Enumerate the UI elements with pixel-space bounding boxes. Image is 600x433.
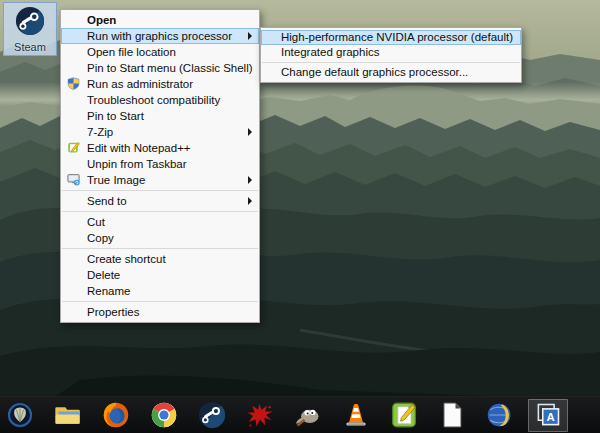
context-menu-item-label: Copy [87, 230, 114, 246]
context-menu-item-pin-to-start[interactable]: Pin to Start [61, 108, 259, 124]
context-menu-item-delete[interactable]: Delete [61, 267, 259, 283]
steam-logo-icon [15, 6, 45, 40]
taskbar-file-explorer-button[interactable] [48, 397, 88, 433]
taskbar-libreoffice-button[interactable] [432, 397, 472, 433]
graphics-submenu-item-high-performance-nvidia-processor-default[interactable]: High-performance NVIDIA processor (defau… [261, 30, 521, 45]
context-menu-item-label: Unpin from Taskbar [87, 156, 187, 172]
context-menu-item-label: Open file location [87, 44, 176, 60]
graphics-submenu-item-label: Integrated graphics [281, 45, 379, 60]
taskbar-notepad-plus-plus-button[interactable] [384, 397, 424, 433]
gimp-icon [294, 401, 322, 429]
taskbar-chrome-button[interactable] [144, 397, 184, 433]
taskbar-acronis-true-image-button[interactable]: A [528, 399, 568, 432]
taskbar-firefox-button[interactable] [96, 397, 136, 433]
context-menu-separator [62, 190, 258, 191]
paint-splatter-icon [246, 401, 274, 429]
submenu-arrow-icon [248, 197, 252, 205]
graphics-submenu-item-label: High-performance NVIDIA processor (defau… [281, 30, 513, 45]
graphics-submenu-item-change-default-graphics-processor[interactable]: Change default graphics processor... [261, 65, 521, 80]
chrome-icon [150, 401, 178, 429]
desktop-icon-label: Steam [14, 41, 46, 53]
context-menu-separator [62, 248, 258, 249]
context-menu-item-unpin-from-taskbar[interactable]: Unpin from Taskbar [61, 156, 259, 172]
context-menu-item-label: Send to [87, 193, 127, 209]
taskbar-steam-button[interactable] [192, 397, 232, 433]
vlc-icon [342, 401, 370, 429]
context-menu-item-label: Cut [87, 214, 105, 230]
context-menu-item-label: Create shortcut [87, 251, 166, 267]
context-menu-item-edit-with-notepad[interactable]: Edit with Notepad++ [61, 140, 259, 156]
file-explorer-icon [54, 401, 82, 429]
context-menu-item-properties[interactable]: Properties [61, 304, 259, 320]
context-menu-separator [62, 301, 258, 302]
notepad-plus-plus-icon [390, 401, 418, 429]
context-menu-item-label: Edit with Notepad++ [87, 140, 191, 156]
context-menu-item-label: Run as administrator [87, 76, 193, 92]
context-menu-item-true-image[interactable]: True Image [61, 172, 259, 188]
graphics-submenu-item-integrated-graphics[interactable]: Integrated graphics [261, 45, 521, 60]
true-image-small-icon [67, 173, 80, 186]
context-menu-item-label: Rename [87, 283, 130, 299]
taskbar-paint-splatter-button[interactable] [240, 397, 280, 433]
context-menu: OpenRun with graphics processorOpen file… [60, 9, 260, 323]
context-menu-item-open-file-location[interactable]: Open file location [61, 44, 259, 60]
uac-shield-icon [67, 77, 80, 90]
context-menu-separator [62, 211, 258, 212]
libreoffice-icon [438, 401, 466, 429]
context-menu-item-copy[interactable]: Copy [61, 230, 259, 246]
context-menu-item-troubleshoot-compatibility[interactable]: Troubleshoot compatibility [61, 92, 259, 108]
graphics-submenu-separator [262, 62, 520, 63]
submenu-arrow-icon [248, 128, 252, 136]
context-menu-item-label: Properties [87, 304, 139, 320]
context-menu-item-label: Open [87, 12, 116, 28]
steam-icon [198, 401, 226, 429]
start-button[interactable] [0, 397, 40, 433]
graphics-processor-submenu: High-performance NVIDIA processor (defau… [260, 27, 522, 83]
context-menu-item-open[interactable]: Open [61, 12, 259, 28]
submenu-arrow-icon [248, 32, 252, 40]
taskbar-vlc-button[interactable] [336, 397, 376, 433]
taskbar-gimp-button[interactable] [288, 397, 328, 433]
graphics-submenu-item-label: Change default graphics processor... [281, 65, 468, 80]
taskbar-globe-browser-button[interactable] [480, 397, 520, 433]
context-menu-item-label: True Image [87, 172, 145, 188]
acronis-true-image-icon: A [534, 401, 562, 429]
context-menu-item-create-shortcut[interactable]: Create shortcut [61, 251, 259, 267]
context-menu-item-rename[interactable]: Rename [61, 283, 259, 299]
desktop-icon-steam[interactable]: Steam [3, 2, 57, 56]
context-menu-item-send-to[interactable]: Send to [61, 193, 259, 209]
context-menu-item-label: Run with graphics processor [87, 28, 232, 44]
context-menu-item-label: Delete [87, 267, 120, 283]
taskbar: A [0, 396, 600, 433]
classic-shell-start-icon [6, 401, 34, 429]
context-menu-item-7-zip[interactable]: 7-Zip [61, 124, 259, 140]
firefox-icon [102, 401, 130, 429]
submenu-arrow-icon [248, 176, 252, 184]
context-menu-item-label: Troubleshoot compatibility [87, 92, 220, 108]
context-menu-item-label: Pin to Start menu (Classic Shell) [87, 60, 253, 76]
context-menu-item-pin-to-start-menu-classic-shell[interactable]: Pin to Start menu (Classic Shell) [61, 60, 259, 76]
context-menu-item-run-with-graphics-processor[interactable]: Run with graphics processor [61, 28, 259, 44]
context-menu-item-label: Pin to Start [87, 108, 144, 124]
context-menu-item-cut[interactable]: Cut [61, 214, 259, 230]
svg-text:A: A [547, 411, 555, 423]
context-menu-item-label: 7-Zip [87, 124, 113, 140]
globe-browser-icon [486, 401, 514, 429]
notepad-plus-plus-small-icon [67, 141, 80, 154]
context-menu-item-run-as-administrator[interactable]: Run as administrator [61, 76, 259, 92]
